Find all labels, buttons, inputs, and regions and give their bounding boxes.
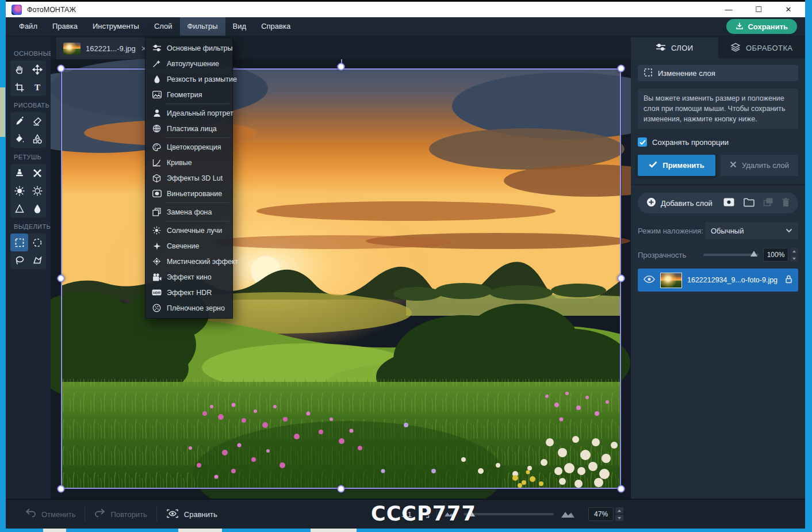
toolbox-section-label: ВЫДЕЛИТЬ [14,223,51,230]
duplicate-layer-icon[interactable] [764,198,773,209]
opacity-value[interactable]: 100% [763,248,788,262]
menu-item-geometry[interactable]: Геометрия [145,87,232,102]
selection-handle-nw[interactable] [58,65,65,72]
tab-layers[interactable]: СЛОИ [631,37,718,58]
close-button[interactable]: ✕ [782,5,795,14]
compare-button[interactable]: Сравнить [157,508,227,520]
blur-tool[interactable] [28,200,46,217]
zoom-spin-down[interactable] [615,515,623,521]
menu-item-cinema-effect[interactable]: Эффект кино [145,269,232,285]
portrait-icon [152,108,162,118]
menu-edit[interactable]: Правка [45,17,85,36]
zoom-in-icon[interactable] [561,508,577,520]
layer-list-item[interactable]: 1622212934_9...o-foto-9.jpg [638,269,798,292]
menu-item-auto-enhance[interactable]: Автоулучшение [145,56,232,71]
opacity-spin-down[interactable] [790,255,798,262]
folder-icon[interactable] [744,198,754,209]
menu-item-glow[interactable]: Свечение [145,238,232,254]
menu-item-curves[interactable]: Кривые [145,155,232,170]
document-tab-label: 162221...-9.jpg [86,44,136,53]
opacity-slider[interactable] [703,254,759,256]
menu-item-perfect-portrait[interactable]: Идеальный портрет [145,105,232,121]
menu-item-3d-lut[interactable]: Эффекты 3D Lut [145,170,232,186]
lock-icon[interactable] [785,275,792,286]
menu-tools[interactable]: Инструменты [85,17,147,36]
palette-icon [152,142,162,152]
save-button[interactable]: Сохранить [726,19,797,34]
opacity-slider-thumb[interactable] [750,251,757,257]
eye-icon[interactable] [644,275,655,285]
menu-filters[interactable]: Фильтры [180,17,225,36]
selection-handle-ne[interactable] [618,65,625,72]
menu-item-film-grain[interactable]: Плёночное зерно [145,300,232,316]
selection-handle-n[interactable] [338,63,345,71]
undo-button[interactable]: Отменить [16,510,85,519]
eraser-tool[interactable] [28,112,46,130]
ellipse-select-tool[interactable] [28,234,46,251]
menu-item-face-plastic[interactable]: Пластика лица [145,121,232,136]
layers-panel: СЛОИ ОБРАБОТКА Изменение слоя Вы можете … [631,37,805,499]
vignette-icon [152,189,162,198]
transform-selection-icon [644,68,653,79]
face-mesh-icon [152,124,162,133]
keep-proportions-checkbox[interactable] [638,137,647,147]
menu-item-basic-filters[interactable]: Основные фильтры [145,40,232,56]
add-layer-button[interactable]: Добавить слой [661,199,713,208]
menu-item-sun-rays[interactable]: Солнечные лучи [145,223,232,238]
zoom-slider[interactable] [464,513,554,515]
hand-tool[interactable] [10,60,28,78]
selection-handle-sw[interactable] [58,485,65,493]
rect-select-tool[interactable] [10,234,28,251]
zoom-spin-up[interactable] [615,507,623,514]
layer-thumbnail [660,273,682,288]
selection-handle-se[interactable] [618,485,625,493]
menu-item-color-correction[interactable]: Цветокоррекция [145,139,232,155]
redo-button[interactable]: Повторить [85,510,156,519]
menu-item-background-replace[interactable]: Замена фона [145,204,232,220]
stamp-tool[interactable] [10,164,28,182]
delete-layer-button[interactable]: Удалить слой [721,155,798,176]
lasso-tool[interactable] [10,251,28,269]
app-logo-icon [12,5,22,15]
patch-tool[interactable] [28,164,46,182]
opacity-spin-up[interactable] [790,248,798,254]
menu-view[interactable]: Вид [225,17,254,36]
sharpen-tool[interactable] [10,200,28,217]
crop-tool[interactable] [10,78,28,96]
menubar: Файл Правка Инструменты Слой Фильтры Вид… [6,17,805,36]
background-swap-icon [152,207,162,217]
text-tool[interactable]: T [28,78,46,96]
brush-tool[interactable] [10,112,28,130]
selection-handle-w[interactable] [58,275,65,282]
selection-handle-e[interactable] [618,275,625,282]
fill-tool[interactable] [10,130,28,148]
selection-handle-s[interactable] [338,485,345,493]
apply-button[interactable]: Применить [638,155,715,176]
menu-help[interactable]: Справка [254,17,298,36]
menu-item-mystic-effect[interactable]: Мистический эффект [145,254,232,269]
add-image-icon[interactable] [723,198,734,209]
tab-processing[interactable]: ОБРАБОТКА [718,37,806,58]
menu-layer[interactable]: Слой [147,17,180,36]
check-icon [649,161,657,170]
document-thumbnail [63,43,81,55]
zoom-value[interactable]: 47% [588,507,614,521]
svg-text:T: T [34,83,40,92]
burn-tool[interactable] [28,182,46,200]
dodge-tool[interactable] [10,182,28,200]
poly-lasso-tool[interactable] [28,251,46,269]
menu-item-hdr-effect[interactable]: HDRЭффект HDR [145,285,232,300]
menu-file[interactable]: Файл [12,17,45,36]
maximize-button[interactable]: ☐ [752,5,765,14]
trash-icon[interactable] [782,198,790,209]
move-tool[interactable] [28,60,46,78]
blend-mode-select[interactable]: Обычный [705,222,798,239]
document-tab[interactable]: 162221...-9.jpg ✕ [56,37,154,59]
minimize-button[interactable]: — [722,5,735,14]
menu-item-sharpness-blur[interactable]: Резкость и размытие [145,71,232,87]
chevron-down-icon [786,228,792,233]
menu-item-vignette[interactable]: Виньетирование [145,186,232,201]
shapes-tool[interactable] [28,130,46,148]
toolbox-section-label: ОСНОВНЫЕ [14,50,51,57]
plus-circle-icon[interactable] [646,197,656,209]
